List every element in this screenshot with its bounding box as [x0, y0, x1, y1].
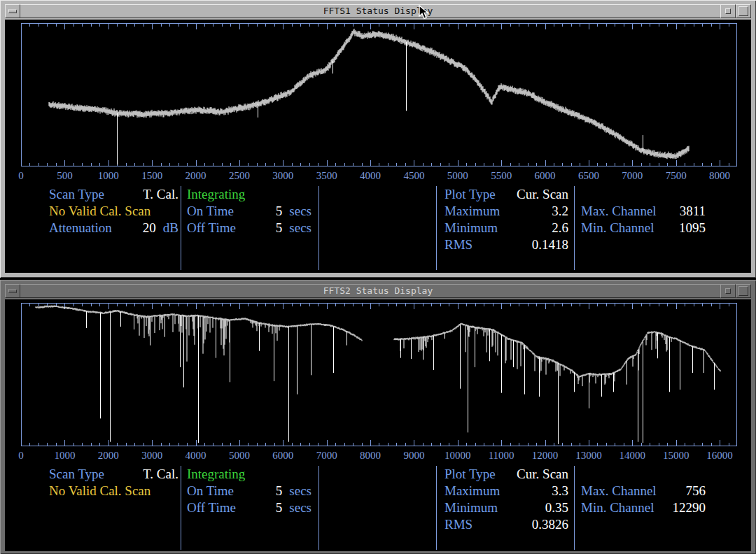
maximize-icon [738, 286, 748, 296]
field-value-group: T. Cal. [143, 186, 178, 203]
field-value: T. Cal. [143, 467, 178, 481]
iconify-button[interactable] [720, 284, 736, 298]
axis-tick-label: 0 [18, 170, 24, 181]
status-separator [436, 466, 437, 550]
iconify-button[interactable] [720, 4, 736, 18]
axis-tick-label: 3500 [316, 170, 337, 181]
field-value: 0.35 [545, 500, 568, 515]
field-unit: secs [289, 204, 312, 218]
window-inactive: FFTS2 Status Display 0100020003000400050… [0, 280, 756, 554]
field-value: 2.6 [552, 220, 568, 235]
axis-tick-label: 3000 [141, 450, 162, 461]
field-unit: secs [289, 500, 312, 515]
axis-tick-label: 4500 [403, 170, 424, 181]
maximize-button[interactable] [736, 4, 751, 18]
field-value-group: 5secs [276, 483, 312, 499]
field-value: 5 [276, 204, 283, 218]
window-title: FFTS1 Status Display [41, 5, 715, 17]
status-text: No Valid Cal. Scan [49, 483, 150, 499]
status-separator [181, 466, 181, 550]
field-value-group: Cur. Scan [517, 186, 568, 203]
field-label: Scan Type [49, 186, 104, 203]
status-text: No Valid Cal. Scan [49, 203, 150, 220]
field-unit: secs [289, 220, 312, 235]
axis-tick-label: 8000 [360, 450, 381, 461]
field-label: Plot Type [444, 466, 496, 483]
field-value: 3811 [680, 204, 706, 218]
window-titlebar[interactable]: FFTS1 Status Display [5, 4, 751, 18]
field-value: 5 [276, 500, 283, 515]
axis-tick-label: 13000 [575, 450, 602, 461]
field-label: Min. Channel [581, 499, 654, 516]
axis-tick-label: 2500 [229, 170, 250, 181]
status-separator [436, 186, 437, 270]
status-text: Integrating [187, 466, 245, 483]
spectrum-trace [49, 29, 689, 164]
field-value: 12290 [673, 500, 706, 515]
window-menu-icon [8, 10, 17, 13]
field-value: 0.3826 [532, 517, 568, 532]
axis-ticks [22, 24, 729, 166]
axis-tick-label: 0 [18, 450, 24, 461]
axis-tick-label: 6000 [272, 450, 293, 461]
field-unit: secs [289, 483, 312, 498]
status-separator [318, 186, 319, 270]
axis-ticks [22, 304, 729, 446]
axis-tick-label: 1500 [141, 170, 162, 181]
screen: { "colors":{ "axis":"#7d9bdc", "label_bl… [0, 0, 756, 554]
status-text: Integrating [187, 186, 245, 203]
field-label: Min. Channel [581, 220, 654, 236]
field-label: Maximum [444, 203, 500, 220]
axis-tick-label: 8000 [709, 170, 730, 181]
axis-tick-label: 4000 [360, 170, 381, 181]
iconify-icon [725, 8, 731, 14]
field-value: Cur. Scan [517, 467, 568, 481]
status-field-row: Minimum0.35 [444, 499, 568, 516]
axis-tick-label: 14000 [620, 450, 646, 461]
window-menu-button[interactable] [5, 284, 20, 298]
field-label: RMS [444, 516, 472, 533]
status-field-row: Plot TypeCur. Scan [444, 466, 568, 483]
status-field-row: Minimum2.6 [444, 220, 568, 236]
field-label: Max. Channel [581, 203, 657, 220]
window-menu-button[interactable] [5, 4, 20, 18]
status-field-row: Min. Channel1095 [581, 220, 706, 236]
field-value-group: 3811 [680, 203, 706, 220]
field-label: On Time [187, 483, 234, 499]
field-label: Off Time [187, 499, 236, 516]
status-field-row: Off Time5secs [187, 499, 312, 516]
field-label: Off Time [187, 220, 236, 236]
status-field-row: Max. Channel3811 [581, 203, 706, 220]
status-separator [318, 466, 319, 550]
field-value-group: 0.3826 [532, 516, 568, 533]
status-field-row: Scan TypeT. Cal. [49, 466, 178, 483]
status-field-row: RMS0.3826 [444, 516, 568, 533]
axis-tick-label: 12000 [532, 450, 559, 461]
status-field-row: Maximum3.3 [444, 483, 568, 499]
field-value-group: 3.2 [552, 203, 568, 220]
window-titlebar[interactable]: FFTS2 Status Display [5, 284, 751, 298]
maximize-icon [738, 6, 748, 16]
field-value: 0.1418 [532, 237, 568, 252]
axis-tick-label: 1000 [54, 450, 75, 461]
axis-tick-label: 15000 [663, 450, 690, 461]
field-label: Plot Type [444, 186, 496, 203]
status-alert-text: No Valid Cal. Scan [49, 203, 178, 220]
axis-tick-label: 3000 [272, 170, 293, 181]
field-value-group: 5secs [276, 499, 312, 516]
axis-tick-label: 6500 [578, 170, 599, 181]
client-area: 0500100015002000250030003500400045005000… [5, 20, 751, 273]
status-field-row: Maximum3.2 [444, 203, 568, 220]
field-value: 756 [686, 483, 706, 498]
maximize-button[interactable] [736, 284, 751, 298]
field-value-group: 756 [686, 483, 706, 499]
field-label: Attenuation [49, 220, 112, 236]
field-label: Minimum [444, 220, 498, 236]
field-unit: dB [163, 220, 178, 235]
axis-tick-label: 7000 [622, 170, 643, 181]
window-active: FFTS1 Status Display 0500100015002000250… [0, 0, 756, 278]
field-value-group: T. Cal. [143, 466, 178, 483]
field-label: Max. Channel [581, 483, 657, 499]
field-value: 5 [276, 483, 283, 498]
axis-tick-label: 4000 [186, 450, 206, 461]
